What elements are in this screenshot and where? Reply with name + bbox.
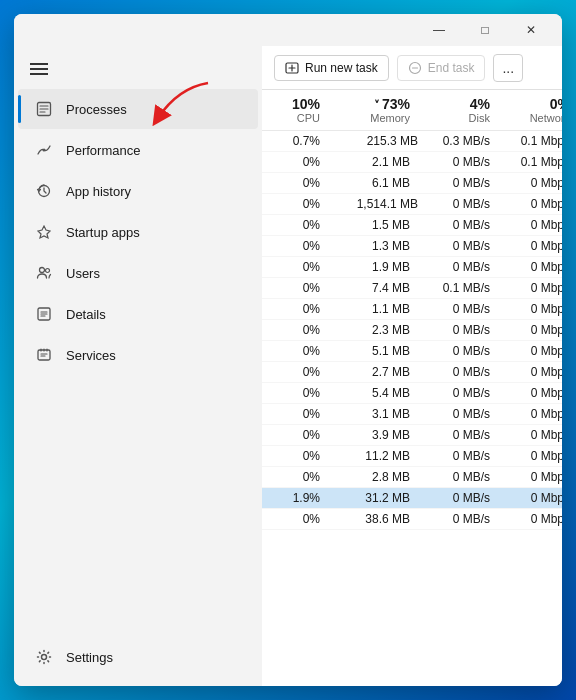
cell-network: 0 Mbps xyxy=(502,197,562,211)
svg-point-3 xyxy=(40,268,45,273)
cell-cpu: 0% xyxy=(262,428,332,442)
sidebar-item-label: Details xyxy=(66,307,106,322)
table-row[interactable]: 0% 7.4 MB 0.1 MB/s 0 Mbps xyxy=(262,278,562,299)
cell-cpu: 0% xyxy=(262,302,332,316)
cell-memory: 31.2 MB xyxy=(332,491,422,505)
col-header-memory[interactable]: ˅73% Memory xyxy=(332,96,422,124)
cell-disk: 0 MB/s xyxy=(422,386,502,400)
cell-network: 0 Mbps xyxy=(502,407,562,421)
sidebar: Processes Performance App history Startu… xyxy=(14,46,262,686)
cell-disk: 0 MB/s xyxy=(422,491,502,505)
cell-disk: 0 MB/s xyxy=(422,428,502,442)
cell-memory: 2.7 MB xyxy=(332,365,422,379)
cell-network: 0 Mbps xyxy=(502,365,562,379)
sidebar-item-app-history[interactable]: App history xyxy=(18,171,258,211)
table-row[interactable]: 0% 2.7 MB 0 MB/s 0 Mbps xyxy=(262,362,562,383)
cell-network: 0 Mbps xyxy=(502,239,562,253)
sidebar-item-performance[interactable]: Performance xyxy=(18,130,258,170)
end-task-button[interactable]: End task xyxy=(397,55,486,81)
sidebar-item-services[interactable]: Services xyxy=(18,335,258,375)
toolbar: Run new task End task ... xyxy=(262,46,562,90)
cell-disk: 0 MB/s xyxy=(422,407,502,421)
table-row[interactable]: 0% 5.1 MB 0 MB/s 0 Mbps xyxy=(262,341,562,362)
cell-network: 0 Mbps xyxy=(502,281,562,295)
cell-memory: 3.1 MB xyxy=(332,407,422,421)
sidebar-item-label: Users xyxy=(66,266,100,281)
app-history-icon xyxy=(34,181,54,201)
table-row[interactable]: 0% 5.4 MB 0 MB/s 0 Mbps xyxy=(262,383,562,404)
table-row[interactable]: 1.9% 31.2 MB 0 MB/s 0 Mbps xyxy=(262,488,562,509)
column-headers: 10% CPU ˅73% Memory 4% Disk 0% Network xyxy=(262,90,562,131)
table-row[interactable]: 0% 38.6 MB 0 MB/s 0 Mbps xyxy=(262,509,562,530)
cell-memory: 38.6 MB xyxy=(332,512,422,526)
cell-memory: 1.5 MB xyxy=(332,218,422,232)
sidebar-item-details[interactable]: Details xyxy=(18,294,258,334)
sidebar-item-label: Services xyxy=(66,348,116,363)
startup-icon xyxy=(34,222,54,242)
table-row[interactable]: 0.7% 215.3 MB 0.3 MB/s 0.1 Mbps xyxy=(262,131,562,152)
cell-network: 0 Mbps xyxy=(502,344,562,358)
cell-disk: 0.3 MB/s xyxy=(422,134,502,148)
close-button[interactable]: ✕ xyxy=(508,14,554,46)
cell-cpu: 1.9% xyxy=(262,491,332,505)
cell-cpu: 0% xyxy=(262,281,332,295)
more-options-button[interactable]: ... xyxy=(493,54,523,82)
cell-network: 0 Mbps xyxy=(502,302,562,316)
titlebar-controls: — □ ✕ xyxy=(416,14,554,46)
sidebar-item-users[interactable]: Users xyxy=(18,253,258,293)
maximize-button[interactable]: □ xyxy=(462,14,508,46)
cell-disk: 0 MB/s xyxy=(422,512,502,526)
table-row[interactable]: 0% 1.9 MB 0 MB/s 0 Mbps xyxy=(262,257,562,278)
hamburger-button[interactable] xyxy=(14,50,262,88)
run-new-task-button[interactable]: Run new task xyxy=(274,55,389,81)
cell-network: 0 Mbps xyxy=(502,260,562,274)
cell-memory: 2.1 MB xyxy=(332,155,422,169)
table-row[interactable]: 0% 1.5 MB 0 MB/s 0 Mbps xyxy=(262,215,562,236)
table-row[interactable]: 0% 1.3 MB 0 MB/s 0 Mbps xyxy=(262,236,562,257)
table-row[interactable]: 0% 3.9 MB 0 MB/s 0 Mbps xyxy=(262,425,562,446)
cell-memory: 5.4 MB xyxy=(332,386,422,400)
table-row[interactable]: 0% 2.1 MB 0 MB/s 0.1 Mbps xyxy=(262,152,562,173)
cell-network: 0 Mbps xyxy=(502,428,562,442)
table-row[interactable]: 0% 2.8 MB 0 MB/s 0 Mbps xyxy=(262,467,562,488)
sidebar-item-settings[interactable]: Settings xyxy=(18,637,258,677)
cell-cpu: 0% xyxy=(262,176,332,190)
table-row[interactable]: 0% 3.1 MB 0 MB/s 0 Mbps xyxy=(262,404,562,425)
table-row[interactable]: 0% 2.3 MB 0 MB/s 0 Mbps xyxy=(262,320,562,341)
col-header-cpu[interactable]: 10% CPU xyxy=(262,96,332,124)
col-header-disk[interactable]: 4% Disk xyxy=(422,96,502,124)
cell-disk: 0 MB/s xyxy=(422,176,502,190)
table-row[interactable]: 0% 11.2 MB 0 MB/s 0 Mbps xyxy=(262,446,562,467)
cell-disk: 0 MB/s xyxy=(422,449,502,463)
cell-disk: 0 MB/s xyxy=(422,344,502,358)
table-row[interactable]: 0% 1,514.1 MB 0 MB/s 0 Mbps xyxy=(262,194,562,215)
cell-memory: 1.1 MB xyxy=(332,302,422,316)
settings-icon xyxy=(34,647,54,667)
cell-disk: 0.1 MB/s xyxy=(422,281,502,295)
cell-disk: 0 MB/s xyxy=(422,323,502,337)
table-row[interactable]: 0% 6.1 MB 0 MB/s 0 Mbps xyxy=(262,173,562,194)
sidebar-item-processes[interactable]: Processes xyxy=(18,89,258,129)
task-manager-window: — □ ✕ Processes Performance App history … xyxy=(14,14,562,686)
table-body[interactable]: 0.7% 215.3 MB 0.3 MB/s 0.1 Mbps 0% 2.1 M… xyxy=(262,131,562,686)
cell-network: 0 Mbps xyxy=(502,386,562,400)
cell-memory: 5.1 MB xyxy=(332,344,422,358)
cell-disk: 0 MB/s xyxy=(422,260,502,274)
cell-cpu: 0% xyxy=(262,344,332,358)
sidebar-item-label: Processes xyxy=(66,102,127,117)
cell-cpu: 0% xyxy=(262,365,332,379)
sidebar-item-startup-apps[interactable]: Startup apps xyxy=(18,212,258,252)
users-icon xyxy=(34,263,54,283)
cell-network: 0 Mbps xyxy=(502,323,562,337)
cell-memory: 2.3 MB xyxy=(332,323,422,337)
minimize-button[interactable]: — xyxy=(416,14,462,46)
cell-network: 0 Mbps xyxy=(502,491,562,505)
sidebar-item-label: App history xyxy=(66,184,131,199)
sidebar-item-label: Performance xyxy=(66,143,140,158)
table-row[interactable]: 0% 1.1 MB 0 MB/s 0 Mbps xyxy=(262,299,562,320)
performance-icon xyxy=(34,140,54,160)
cell-memory: 7.4 MB xyxy=(332,281,422,295)
cell-cpu: 0% xyxy=(262,323,332,337)
svg-point-7 xyxy=(42,655,47,660)
col-header-network[interactable]: 0% Network xyxy=(502,96,562,124)
